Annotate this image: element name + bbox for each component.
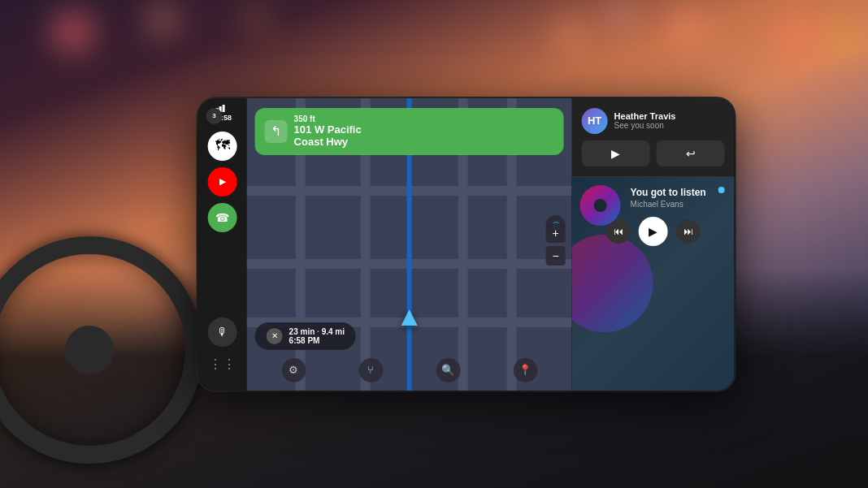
map-bottom-controls: ⚙ ⑂ 🔍 📍 [255, 358, 564, 382]
nav-street-name: 101 W Pacific Coast Hwy [294, 123, 362, 149]
android-auto-screen: 12:58 3 🗺 ▶ ☎ 🎙 ⋮⋮ [198, 98, 735, 391]
zoom-in-button[interactable]: + [546, 223, 566, 243]
grid-icon: ⋮⋮ [209, 356, 237, 372]
signal-bar-4 [223, 105, 225, 112]
sidebar-item-phone[interactable]: ☎ [208, 203, 237, 232]
maps-icon: 🗺 [215, 137, 230, 154]
message-sender: Heather Travis [614, 111, 725, 121]
sidebar-item-maps[interactable]: 🗺 [208, 132, 237, 161]
map-zoom-controls: + − [546, 223, 566, 266]
bokeh-circle-1 [146, 4, 179, 37]
music-next-button[interactable]: ⏭ [676, 219, 701, 244]
location-arrow-marker [401, 309, 418, 326]
nav-instruction-bar: ↰ 350 ft 101 W Pacific Coast Hwy [255, 108, 564, 155]
bokeh-circle-4 [829, 24, 857, 53]
bokeh-circle-2 [666, 6, 707, 47]
settings-icon: ⚙ [289, 364, 298, 376]
nav-close-button[interactable]: ✕ [267, 328, 283, 344]
music-player-card: You got to listen Michael Evans ⏮ ▶ ⏭ [572, 177, 735, 391]
bokeh-circle-0 [50, 10, 95, 54]
album-center-dot [594, 199, 607, 212]
microphone-button[interactable]: 🎙 [208, 317, 237, 347]
message-info: Heather Travis See you soon [614, 111, 725, 130]
route-icon: ⑂ [367, 364, 374, 376]
youtube-icon: ▶ [219, 177, 226, 186]
mic-icon: 🎙 [217, 326, 228, 339]
nav-step-indicator: 3 [206, 108, 223, 124]
map-view[interactable]: ↰ 350 ft 101 W Pacific Coast Hwy ◎ + − [247, 98, 572, 391]
bokeh-circle-7 [610, 4, 632, 27]
music-album-art [580, 185, 621, 226]
music-track-title: You got to listen [631, 187, 725, 198]
app-sidebar: 12:58 3 🗺 ▶ ☎ 🎙 ⋮⋮ [198, 98, 247, 391]
search-icon: 🔍 [441, 364, 454, 376]
music-info: You got to listen Michael Evans [631, 187, 725, 209]
route-options-button[interactable]: ⑂ [358, 358, 383, 382]
phone-icon: ☎ [215, 211, 229, 224]
settings-map-button[interactable]: ⚙ [281, 358, 306, 382]
nav-eta-info: 23 min · 9.4 mi 6:58 PM [289, 327, 345, 345]
message-reply-button[interactable]: ↩ [657, 140, 725, 166]
turn-direction-icon: ↰ [265, 120, 288, 143]
bokeh-circle-5 [553, 16, 589, 53]
apps-grid-button[interactable]: ⋮⋮ [208, 350, 237, 379]
search-map-button[interactable]: 🔍 [436, 358, 460, 382]
message-notification-card: HT Heather Travis See you soon ▶ ↩ [572, 98, 735, 177]
pin-location-button[interactable]: 📍 [513, 358, 537, 382]
message-preview-text: See you soon [614, 121, 725, 130]
nav-eta-bar: ✕ 23 min · 9.4 mi 6:58 PM [255, 322, 356, 350]
pin-icon: 📍 [519, 364, 532, 376]
message-play-button[interactable]: ▶ [582, 140, 650, 166]
arrow-icon [401, 309, 418, 326]
zoom-out-button[interactable]: − [546, 246, 566, 266]
music-artist-name: Michael Evans [631, 200, 725, 209]
avatar: HT [582, 108, 608, 134]
sidebar-item-youtube[interactable]: ▶ [208, 167, 237, 196]
bokeh-circle-3 [772, 12, 825, 65]
music-play-button[interactable]: ▶ [639, 217, 668, 246]
message-header: HT Heather Travis See you soon [582, 108, 725, 134]
message-actions: ▶ ↩ [582, 140, 725, 166]
bokeh-circle-6 [244, 8, 268, 32]
nav-distance-label: 350 ft [294, 114, 362, 123]
right-panel: HT Heather Travis See you soon ▶ ↩ [572, 98, 735, 391]
